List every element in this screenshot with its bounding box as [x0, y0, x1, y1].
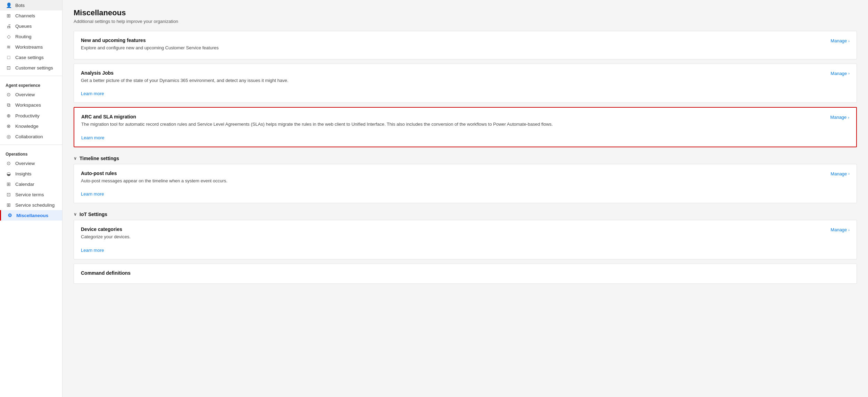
service-scheduling-icon: ⊞: [6, 202, 12, 208]
page-title: Miscellaneous: [74, 8, 857, 17]
workstreams-icon: ≋: [6, 44, 12, 50]
card-desc-arc-sla: The migration tool for automatic record …: [81, 121, 822, 128]
sidebar-item-overview-ops[interactable]: ⊙Overview: [0, 158, 62, 168]
section-iot-settings: ∨IoT Settings Device categories Categori…: [74, 207, 857, 284]
sidebar-label-routing: Routing: [15, 34, 32, 39]
page-subtitle: Additional settings to help improve your…: [74, 19, 857, 24]
card-device-categories: Device categories Categorize your device…: [74, 220, 857, 259]
sidebar-label-case-settings: Case settings: [15, 55, 44, 60]
sidebar-item-routing[interactable]: ◇Routing: [0, 31, 62, 42]
card-link-analysis-jobs[interactable]: Learn more: [81, 91, 104, 96]
sidebar-label-overview-ops: Overview: [15, 161, 35, 166]
miscellaneous-icon: ⚙: [7, 213, 13, 218]
sidebar-label-knowledge: Knowledge: [15, 124, 39, 129]
card-command-definitions: Command definitions: [74, 264, 857, 284]
overview-ops-icon: ⊙: [6, 160, 12, 166]
manage-btn-arc-sla[interactable]: Manage ›: [830, 115, 849, 120]
card-content-device-categories: Device categories Categorize your device…: [81, 226, 822, 253]
sidebar-label-insights: Insights: [15, 171, 32, 176]
sidebar-item-productivity[interactable]: ⊕Productivity: [0, 110, 62, 121]
insights-icon: ◒: [6, 171, 12, 176]
manage-btn-new-features[interactable]: Manage ›: [831, 38, 850, 43]
sidebar-label-queues: Queues: [15, 24, 32, 29]
knowledge-icon: ⊗: [6, 123, 12, 129]
section-header-iot-settings[interactable]: ∨IoT Settings: [74, 207, 857, 220]
manage-btn-auto-post-rules[interactable]: Manage ›: [831, 171, 850, 176]
card-title-device-categories: Device categories: [81, 226, 822, 232]
sidebar-item-workstreams[interactable]: ≋Workstreams: [0, 42, 62, 52]
manage-chevron-arc-sla: ›: [848, 115, 849, 119]
card-desc-device-categories: Categorize your devices.: [81, 233, 822, 240]
manage-chevron-auto-post-rules: ›: [848, 172, 850, 176]
card-content-arc-sla: ARC and SLA migration The migration tool…: [81, 114, 822, 140]
sidebar-divider-1: [0, 76, 62, 76]
card-link-device-categories[interactable]: Learn more: [81, 248, 104, 253]
section-timeline-settings: ∨Timeline settings Auto-post rules Auto-…: [74, 151, 857, 204]
sidebar-label-overview-agent: Overview: [15, 92, 35, 97]
section-chevron-iot-settings: ∨: [74, 212, 77, 217]
card-title-new-features: New and upcoming features: [81, 38, 822, 43]
collaboration-icon: ◎: [6, 134, 12, 139]
sidebar-item-bots[interactable]: 👤Bots: [0, 0, 62, 10]
sidebar-divider-2: [0, 144, 62, 145]
sidebar-label-workstreams: Workstreams: [15, 44, 43, 50]
sidebar-label-calendar: Calendar: [15, 182, 34, 187]
overview-agent-icon: ⊙: [6, 92, 12, 97]
sidebar-label-workspaces: Workspaces: [15, 102, 41, 108]
sidebar-item-case-settings[interactable]: □Case settings: [0, 52, 62, 63]
sidebar-label-miscellaneous: Miscellaneous: [16, 213, 48, 218]
routing-icon: ◇: [6, 34, 12, 39]
sidebar-label-customer-settings: Customer settings: [15, 65, 53, 71]
card-title-command-definitions: Command definitions: [81, 270, 850, 276]
card-title-arc-sla: ARC and SLA migration: [81, 114, 822, 119]
card-title-auto-post-rules: Auto-post rules: [81, 171, 822, 176]
sidebar-label-channels: Channels: [15, 13, 35, 18]
sidebar-item-knowledge[interactable]: ⊗Knowledge: [0, 121, 62, 131]
sidebar-item-channels[interactable]: ⊞Channels: [0, 10, 62, 21]
section-header-timeline-settings[interactable]: ∨Timeline settings: [74, 151, 857, 164]
card-desc-new-features: Explore and configure new and upcoming C…: [81, 44, 822, 51]
workspaces-icon: ⧉: [6, 102, 12, 108]
section-chevron-timeline-settings: ∨: [74, 156, 77, 161]
queues-icon: 🖨: [6, 23, 12, 29]
sidebar-label-bots: Bots: [15, 3, 25, 8]
card-desc-auto-post-rules: Auto-post messages appear on the timelin…: [81, 177, 822, 184]
sidebar: 👤Bots⊞Channels🖨Queues◇Routing≋Workstream…: [0, 0, 62, 397]
bots-icon: 👤: [6, 2, 12, 8]
sidebar-item-workspaces[interactable]: ⧉Workspaces: [0, 100, 62, 110]
sidebar-label-service-scheduling: Service scheduling: [15, 202, 55, 208]
operations-header: Operations: [0, 148, 62, 158]
sidebar-item-service-terms[interactable]: ⊡Service terms: [0, 189, 62, 200]
sidebar-item-queues[interactable]: 🖨Queues: [0, 21, 62, 31]
sidebar-item-insights[interactable]: ◒Insights: [0, 168, 62, 179]
sidebar-item-calendar[interactable]: ⊞Calendar: [0, 179, 62, 189]
card-content-new-features: New and upcoming features Explore and co…: [81, 38, 822, 53]
case-settings-icon: □: [6, 55, 12, 60]
section-label-iot-settings: IoT Settings: [80, 212, 107, 217]
card-content-auto-post-rules: Auto-post rules Auto-post messages appea…: [81, 171, 822, 197]
manage-btn-device-categories[interactable]: Manage ›: [831, 227, 850, 232]
card-analysis-jobs: Analysis Jobs Get a better picture of th…: [74, 64, 857, 103]
manage-chevron-new-features: ›: [848, 39, 850, 43]
service-terms-icon: ⊡: [6, 192, 12, 197]
sidebar-item-miscellaneous[interactable]: ⚙Miscellaneous: [0, 210, 62, 221]
sidebar-item-service-scheduling[interactable]: ⊞Service scheduling: [0, 200, 62, 210]
card-desc-analysis-jobs: Get a better picture of the state of you…: [81, 77, 822, 84]
sidebar-item-collaboration[interactable]: ◎Collaboration: [0, 131, 62, 142]
card-auto-post-rules: Auto-post rules Auto-post messages appea…: [74, 164, 857, 204]
manage-btn-analysis-jobs[interactable]: Manage ›: [831, 71, 850, 76]
agent-experience-header: Agent experience: [0, 79, 62, 89]
card-content-analysis-jobs: Analysis Jobs Get a better picture of th…: [81, 70, 822, 97]
card-arc-sla: ARC and SLA migration The migration tool…: [74, 107, 857, 147]
calendar-icon: ⊞: [6, 181, 12, 187]
manage-chevron-analysis-jobs: ›: [848, 71, 850, 75]
sidebar-label-productivity: Productivity: [15, 113, 40, 118]
sidebar-label-service-terms: Service terms: [15, 192, 44, 197]
productivity-icon: ⊕: [6, 113, 12, 118]
main-content: Miscellaneous Additional settings to hel…: [62, 0, 868, 397]
sidebar-item-customer-settings[interactable]: ⊡Customer settings: [0, 63, 62, 73]
sidebar-item-overview-agent[interactable]: ⊙Overview: [0, 89, 62, 100]
manage-chevron-device-categories: ›: [848, 228, 850, 232]
card-link-auto-post-rules[interactable]: Learn more: [81, 191, 104, 197]
card-link-arc-sla[interactable]: Learn more: [81, 135, 104, 140]
